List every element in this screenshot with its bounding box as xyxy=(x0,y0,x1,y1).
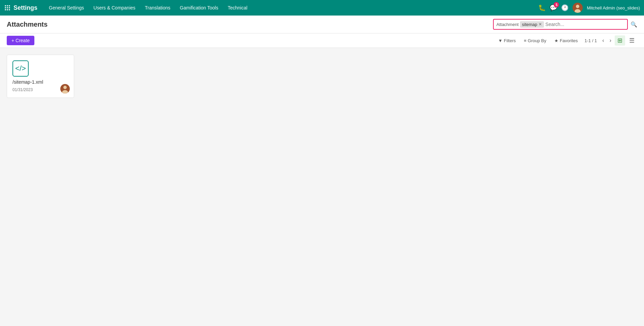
app-brand[interactable]: Settings xyxy=(13,4,37,11)
svg-rect-0 xyxy=(5,5,6,6)
topnav-right: 🐛 💬 5 🕐 Mitchell Admin (seo_slides) xyxy=(538,3,640,13)
search-tag-close-icon[interactable]: ✕ xyxy=(539,22,542,27)
next-page-button[interactable]: › xyxy=(608,37,613,44)
svg-rect-4 xyxy=(7,7,8,8)
svg-rect-3 xyxy=(5,7,6,8)
group-by-label: Group By xyxy=(528,38,546,43)
toolbar-right: ▼ Filters ≡ Group By ★ Favorites 1-1 / 1… xyxy=(495,35,637,46)
menu-gamification-tools[interactable]: Gamification Tools xyxy=(175,0,223,16)
chat-badge: 5 xyxy=(554,2,559,7)
chat-icon[interactable]: 💬 5 xyxy=(550,4,557,11)
topnav-menu: General Settings Users & Companies Trans… xyxy=(44,0,538,16)
favorites-label: Favorites xyxy=(560,38,578,43)
kanban-view-button[interactable]: ⊞ xyxy=(615,35,625,46)
search-tag-label: Attachment xyxy=(496,22,519,27)
bug-icon[interactable]: 🐛 xyxy=(538,4,546,11)
cards-area: </> /sitemap-1.xml 01/31/2023 xyxy=(0,48,644,105)
toolbar: + Create ▼ Filters ≡ Group By ★ Favorite… xyxy=(0,33,644,48)
search-tag[interactable]: sitemap ✕ xyxy=(520,21,544,28)
menu-users-companies[interactable]: Users & Companies xyxy=(89,0,140,16)
search-input[interactable] xyxy=(544,21,624,28)
search-tag-value: sitemap xyxy=(522,22,538,27)
card-filename: /sitemap-1.xml xyxy=(12,79,68,85)
content-header: Attachments Attachment sitemap ✕ 🔍 xyxy=(0,16,644,33)
toolbar-left: + Create xyxy=(7,36,34,45)
menu-technical[interactable]: Technical xyxy=(223,0,252,16)
favorites-button[interactable]: ★ Favorites xyxy=(551,37,581,45)
create-button[interactable]: + Create xyxy=(7,36,34,45)
prev-page-button[interactable]: ‹ xyxy=(600,37,606,44)
card-user-avatar xyxy=(60,84,70,93)
filter-icon: ▼ xyxy=(498,38,502,43)
avatar[interactable] xyxy=(573,3,583,13)
svg-rect-5 xyxy=(9,7,10,8)
svg-rect-2 xyxy=(9,5,10,6)
svg-point-13 xyxy=(63,86,67,89)
clock-icon[interactable]: 🕐 xyxy=(561,4,569,11)
svg-rect-6 xyxy=(5,9,6,10)
page-title: Attachments xyxy=(7,21,48,28)
attachment-card[interactable]: </> /sitemap-1.xml 01/31/2023 xyxy=(7,55,74,98)
list-view-button[interactable]: ☰ xyxy=(626,35,637,46)
svg-point-10 xyxy=(576,5,579,8)
svg-rect-1 xyxy=(7,5,8,6)
pagination: 1-1 / 1 ‹ › xyxy=(582,37,613,44)
group-by-icon: ≡ xyxy=(524,38,527,43)
card-file-icon: </> xyxy=(12,60,29,77)
filters-button[interactable]: ▼ Filters xyxy=(495,37,519,45)
search-bar: Attachment sitemap ✕ xyxy=(493,19,628,30)
pagination-text: 1-1 / 1 xyxy=(582,38,599,43)
menu-general-settings[interactable]: General Settings xyxy=(44,0,89,16)
search-area: Attachment sitemap ✕ 🔍 xyxy=(493,19,637,30)
svg-rect-7 xyxy=(7,9,8,10)
apps-icon[interactable] xyxy=(4,4,11,11)
filters-label: Filters xyxy=(504,38,516,43)
svg-rect-8 xyxy=(9,9,10,10)
topnav: Settings General Settings Users & Compan… xyxy=(0,0,644,16)
user-name[interactable]: Mitchell Admin (seo_slides) xyxy=(587,5,640,10)
group-by-button[interactable]: ≡ Group By xyxy=(521,37,550,45)
star-icon: ★ xyxy=(554,38,558,43)
search-button[interactable]: 🔍 xyxy=(631,21,637,28)
menu-translations[interactable]: Translations xyxy=(140,0,175,16)
